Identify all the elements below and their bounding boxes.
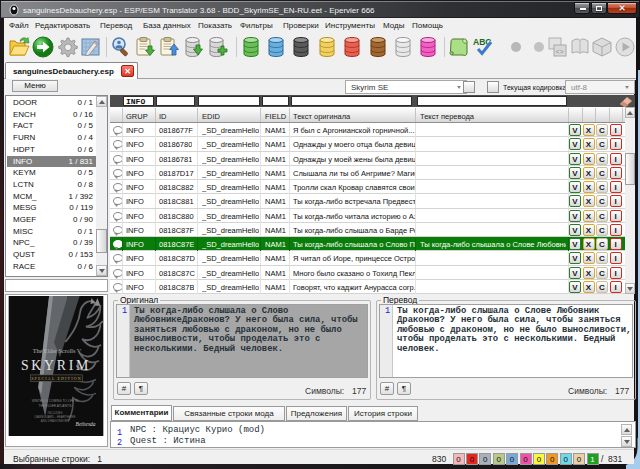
svg-text:SKYRIM: SKYRIM bbox=[21, 358, 91, 373]
svg-text:Bethesda: Bethesda bbox=[76, 421, 96, 427]
svg-text:WINTER IS COMING TO LIFE IN: WINTER IS COMING TO LIFE IN bbox=[32, 399, 79, 403]
svg-text:THE ELDER ATLANTIS: THE ELDER ATLANTIS bbox=[38, 404, 71, 408]
svg-text:<>: <> bbox=[556, 48, 564, 55]
svg-text:SPECIAL EDITION: SPECIAL EDITION bbox=[31, 376, 82, 381]
svg-text:The Elder Scrolls V: The Elder Scrolls V bbox=[33, 348, 82, 354]
svg-text:AND DRAGONBORN: AND DRAGONBORN bbox=[41, 419, 69, 423]
